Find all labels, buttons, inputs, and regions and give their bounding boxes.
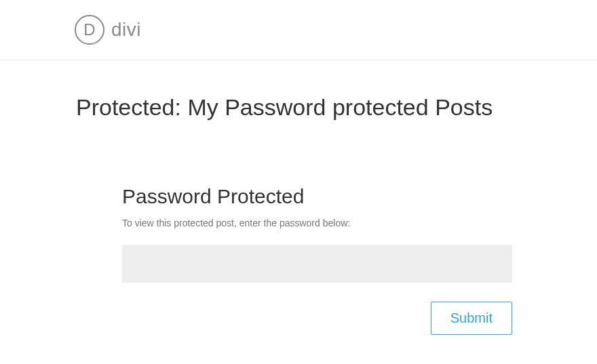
password-input[interactable]	[122, 245, 512, 283]
form-heading: Password Protected	[122, 185, 512, 208]
submit-button[interactable]: Submit	[431, 302, 512, 335]
submit-row: Submit	[122, 302, 512, 335]
form-instruction: To view this protected post, enter the p…	[122, 218, 512, 228]
page-title: Protected: My Password protected Posts	[0, 60, 597, 121]
site-header: D divi	[0, 0, 597, 60]
logo-text: divi	[111, 19, 141, 41]
logo-icon: D	[75, 15, 104, 45]
password-form-section: Password Protected To view this protecte…	[122, 185, 512, 335]
header-inner: D divi	[0, 15, 597, 45]
site-logo[interactable]: D divi	[75, 15, 141, 45]
